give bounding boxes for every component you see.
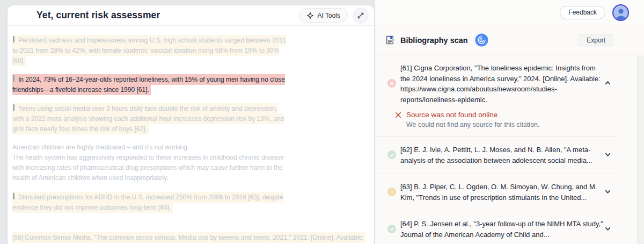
ai-tools-label: AI Tools <box>318 12 340 19</box>
check-status-icon <box>387 150 396 159</box>
document-body[interactable]: Persistent sadness and hopelessness amon… <box>8 26 374 244</box>
document-icon <box>385 35 394 45</box>
feedback-button[interactable]: Feedback <box>560 6 605 19</box>
expand-diagonal-icon <box>357 12 364 19</box>
paragraph-marker <box>13 104 14 111</box>
citation-text: [64] P. S. Jensen et al., "3-year follow… <box>400 219 604 240</box>
paragraph-marker <box>13 193 14 199</box>
citation-text: [61] Cigna Corporation, "The loneliness … <box>400 63 604 105</box>
chevron-down-icon[interactable] <box>604 188 612 196</box>
export-button[interactable]: Export <box>579 34 613 46</box>
citation-row-63[interactable]: [63] B. J. Piper, C. L. Ogden, O. M. Sim… <box>375 174 616 211</box>
error-status-icon <box>387 79 396 88</box>
error-detail-title: Source was not found online <box>406 111 540 119</box>
doc-reference-line: [55] Common Sense Media, "The common sen… <box>12 232 368 242</box>
doc-paragraph: Persistent sadness and hopelessness amon… <box>12 35 290 66</box>
citation-row-62[interactable]: [62] E. J. Ivie, A. Pettitt, L. J. Moses… <box>375 137 616 174</box>
chevron-up-icon[interactable] <box>604 79 612 87</box>
expand-button[interactable] <box>353 8 369 24</box>
document-editor-card: Yet, current risk assessmer AI Tools Per… <box>8 5 374 244</box>
editor-header: Yet, current risk assessmer AI Tools <box>8 5 374 26</box>
check-status-icon <box>387 225 396 233</box>
doc-paragraph: The health system has aggressively respo… <box>12 153 290 183</box>
ai-tools-button[interactable]: AI Tools <box>299 8 348 23</box>
citation-row-64[interactable]: [64] P. S. Jensen et al., "3-year follow… <box>375 211 616 244</box>
citation-row-61[interactable]: [61] Cigna Corporation, "The loneliness … <box>375 55 616 137</box>
doc-paragraph: Stimulant prescriptions for ADHD in the … <box>12 192 290 212</box>
citation-error-detail: Source was not found online We could not… <box>400 111 604 128</box>
chevron-down-icon[interactable] <box>604 225 612 233</box>
doc-heading: American children are highly medicated –… <box>12 142 290 153</box>
panel-header: Bibliography scan Export <box>375 25 644 55</box>
doc-paragraph-highlighted: In 2024, 73% of 16–24-year-olds reported… <box>12 74 290 95</box>
document-title: Yet, current risk assessmer <box>36 10 299 21</box>
person-icon <box>614 7 628 20</box>
citation-text: [63] B. J. Piper, C. L. Ogden, O. M. Sim… <box>400 182 604 203</box>
panel-topbar: Feedback <box>375 0 644 25</box>
error-detail-subtext: We could not find any source for this ci… <box>406 121 540 128</box>
citation-text: [62] E. J. Ivie, A. Pettitt, L. J. Moses… <box>400 145 604 166</box>
doc-paragraph: Teens using social media over 3 hours da… <box>12 103 290 134</box>
x-icon <box>395 112 401 118</box>
sparkle-icon <box>306 12 314 19</box>
panel-scrollbar[interactable] <box>637 56 644 244</box>
citation-list: [61] Cigna Corporation, "The loneliness … <box>375 55 644 244</box>
paragraph-marker <box>13 75 14 82</box>
user-avatar[interactable] <box>612 4 629 21</box>
bibliography-panel: Feedback Bibliography scan <box>375 0 644 244</box>
panel-title: Bibliography scan <box>400 36 468 45</box>
paragraph-marker <box>13 36 14 42</box>
scan-spinner-icon <box>475 33 488 47</box>
exclamation-status-icon <box>387 188 396 196</box>
chevron-down-icon[interactable] <box>604 150 612 159</box>
